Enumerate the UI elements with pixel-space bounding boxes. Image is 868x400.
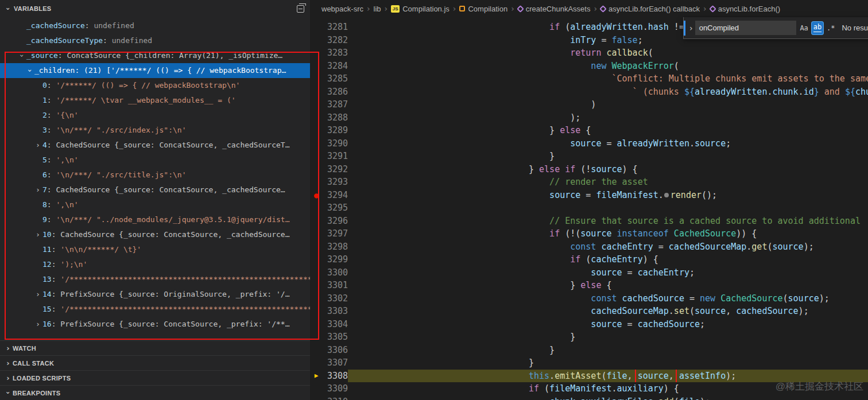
code-text[interactable]: const cachedSource = new CachedSource(so… <box>348 292 868 305</box>
code-text[interactable]: ) <box>348 98 868 111</box>
chevron-right-icon[interactable]: › <box>33 138 42 153</box>
code-text[interactable]: } else { <box>348 124 868 137</box>
variable-row[interactable]: 3: '\n/***/ "./src/index.js":\n' <box>0 123 310 138</box>
glyph-margin[interactable] <box>310 227 323 240</box>
code-text[interactable] <box>348 201 868 215</box>
glyph-margin[interactable] <box>310 46 323 60</box>
variable-row[interactable]: ›16: PrefixSource {_source: ConcatSource… <box>0 317 310 332</box>
whole-word-button[interactable]: ab <box>812 22 823 34</box>
variable-row[interactable]: 9: '\n/***/ "../node_modules/_jquery@3.5… <box>0 212 310 227</box>
variable-row[interactable]: ›7: CachedSource {_source: ConcatSource,… <box>0 182 310 197</box>
glyph-margin[interactable] <box>310 292 323 305</box>
variable-row[interactable]: ›_source: ConcatSource {_children: Array… <box>0 48 310 63</box>
code-text[interactable]: return callback( <box>348 46 868 60</box>
code-text[interactable]: if (cacheEntry) { <box>348 253 868 266</box>
match-case-button[interactable]: Aa <box>798 22 809 34</box>
variable-row[interactable]: ›_children: (21) ['/******/ (() => { // … <box>0 63 310 78</box>
variable-row[interactable]: 2: '{\n' <box>0 108 310 123</box>
variable-row[interactable]: ›10: CachedSource {_source: ConcatSource… <box>0 227 310 242</box>
sidebar-section-loaded-scripts[interactable]: ›LOADED SCRIPTS <box>0 370 310 385</box>
variable-row[interactable]: 12: ');\n' <box>0 257 310 272</box>
breadcrumb-item[interactable]: JSCompilation.js <box>391 5 450 13</box>
code-text[interactable]: source = cacheEntry; <box>348 266 868 279</box>
breadcrumb-item[interactable]: Compilation <box>459 5 507 13</box>
chevron-right-icon[interactable]: › <box>33 287 42 302</box>
sidebar-section-call-stack[interactable]: ›CALL STACK <box>0 355 310 370</box>
code-text[interactable]: ` (chunks ${alreadyWritten.chunk.id} and… <box>348 86 868 99</box>
glyph-margin[interactable] <box>310 111 323 125</box>
variable-row[interactable]: _cachedSourceType: undefined <box>0 33 310 48</box>
variable-row[interactable]: 11: '\n\n/******/ \t}' <box>0 242 310 257</box>
glyph-margin[interactable] <box>310 253 323 266</box>
code-text[interactable]: } else { <box>348 279 868 292</box>
find-widget-sash[interactable] <box>684 21 685 36</box>
glyph-margin[interactable] <box>310 395 323 400</box>
glyph-margin[interactable] <box>310 137 323 150</box>
glyph-margin[interactable] <box>310 86 323 99</box>
glyph-margin[interactable] <box>310 163 323 176</box>
code-text[interactable]: } <box>348 331 868 344</box>
glyph-margin[interactable] <box>310 344 323 357</box>
glyph-margin[interactable] <box>310 201 323 215</box>
code-text[interactable]: source = cachedSource; <box>348 318 868 331</box>
sidebar-section-watch[interactable]: ›WATCH <box>0 340 310 355</box>
breakpoint-icon[interactable]: ● <box>310 189 323 202</box>
code-text[interactable]: } else if (!source) { <box>348 163 868 176</box>
code-text[interactable]: } <box>348 356 868 370</box>
glyph-margin[interactable] <box>310 215 323 228</box>
code-text[interactable]: } <box>348 344 868 357</box>
chevron-down-icon[interactable]: › <box>4 4 13 13</box>
variable-row[interactable]: 0: '/******/ (() => { // webpackBootstra… <box>0 78 310 93</box>
glyph-margin[interactable] <box>310 60 323 73</box>
code-text[interactable]: new WebpackError( <box>348 60 868 73</box>
code-text[interactable]: const cacheEntry = cachedSourceMap.get(s… <box>348 240 868 254</box>
variable-row[interactable]: ›14: PrefixSource {_source: OriginalSour… <box>0 287 310 302</box>
glyph-margin[interactable] <box>310 98 323 111</box>
variable-row[interactable]: 8: ',\n' <box>0 197 310 212</box>
code-text[interactable]: chunk.auxiliaryFiles.add(file); <box>348 395 868 400</box>
breadcrumb-item[interactable]: lib <box>374 5 381 13</box>
variables-header[interactable]: › VARIABLES <box>0 0 310 17</box>
chevron-down-icon[interactable]: › <box>14 51 29 60</box>
chevron-right-icon[interactable]: › <box>33 227 42 242</box>
code-text[interactable]: cachedSourceMap.set(source, cachedSource… <box>348 305 868 318</box>
glyph-margin[interactable] <box>310 240 323 254</box>
variable-row[interactable]: _cachedSource: undefined <box>0 18 310 33</box>
glyph-margin[interactable] <box>310 34 323 47</box>
debug-current-line-arrow-icon[interactable]: ▶ <box>310 370 323 383</box>
code-text[interactable]: source = alreadyWritten.source; <box>348 137 868 150</box>
glyph-margin[interactable] <box>310 176 323 189</box>
breadcrumb-item[interactable]: createChunkAssets <box>518 5 591 13</box>
glyph-margin[interactable] <box>310 266 323 279</box>
variable-row[interactable]: ›4: CachedSource {_source: ConcatSource,… <box>0 138 310 153</box>
glyph-margin[interactable] <box>310 382 323 395</box>
code-text[interactable]: // Ensure that source is a cached source… <box>348 215 868 228</box>
code-text[interactable]: source = fileManifest.render(); <box>348 189 868 202</box>
glyph-margin[interactable] <box>310 124 323 137</box>
code-text[interactable]: // render the asset <box>348 176 868 189</box>
glyph-margin[interactable] <box>310 72 323 86</box>
find-input[interactable]: onCompiled <box>695 21 797 35</box>
chevron-down-icon[interactable]: › <box>22 66 37 75</box>
code-text[interactable]: if (!(source instanceof CachedSource)) { <box>348 227 868 240</box>
chevron-right-icon[interactable]: › <box>33 317 42 332</box>
glyph-margin[interactable] <box>310 318 323 331</box>
breadcrumb-item[interactable]: asyncLib.forEach() <box>710 5 780 13</box>
variable-row[interactable]: 6: '\n/***/ "./src/title.js":\n' <box>0 168 310 182</box>
regex-button[interactable]: .* <box>825 22 836 34</box>
chevron-right-icon[interactable]: › <box>33 182 42 197</box>
glyph-margin[interactable] <box>310 305 323 318</box>
variable-row[interactable]: 1: '/******/ \tvar __webpack_modules__ =… <box>0 93 310 108</box>
glyph-margin[interactable] <box>310 21 323 34</box>
sidebar-section-breakpoints[interactable]: ›BREAKPOINTS <box>0 385 310 400</box>
glyph-margin[interactable] <box>310 150 323 163</box>
breadcrumb-item[interactable]: asyncLib.forEach() callback <box>600 5 700 13</box>
breadcrumb-item[interactable]: webpack-src <box>321 5 363 13</box>
code-text[interactable]: ); <box>348 111 868 125</box>
variable-row[interactable]: 13: '/**********************************… <box>0 272 310 287</box>
code-text[interactable]: } <box>348 150 868 163</box>
glyph-margin[interactable] <box>310 279 323 292</box>
variable-row[interactable]: 15: '/**********************************… <box>0 302 310 317</box>
code-text[interactable]: `Conflict: Multiple chunks emit assets t… <box>348 72 868 86</box>
collapse-all-icon[interactable] <box>297 5 304 13</box>
